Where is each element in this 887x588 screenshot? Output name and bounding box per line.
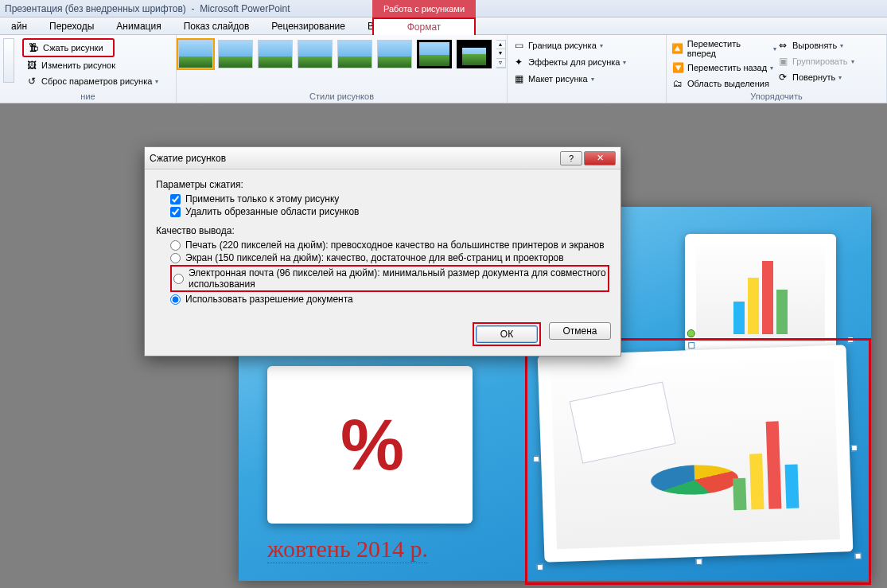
delete-cropped-input[interactable] [170, 207, 181, 217]
change-picture-label: Изменить рисунок [41, 60, 115, 70]
group-arrange-label: Упорядочить [667, 92, 886, 101]
chart-small-graphic [696, 245, 825, 342]
apply-only-label: Применить только к этому рисунку [185, 193, 339, 204]
group-icon: ▣ [776, 55, 789, 68]
help-button[interactable]: ? [560, 151, 582, 165]
reset-picture-icon: ↺ [25, 75, 38, 88]
compress-pictures-label: Сжать рисунки [43, 43, 103, 53]
compress-pictures-dialog: Сжатие рисунков ? ✕ Параметры сжатия: Пр… [144, 146, 621, 356]
group-styles-label: Стили рисунков [177, 92, 507, 101]
quality-screen-input[interactable] [170, 253, 181, 263]
picture-styles-more[interactable]: ▴▾▿ [496, 40, 506, 68]
slide-image-chart-small[interactable] [685, 234, 836, 353]
change-picture-button[interactable]: 🖼 Изменить рисунок [22, 57, 171, 73]
ribbon-group-picture-style-options: ▭ Граница рисунка ▾ ✦ Эффекты для рисунк… [508, 35, 667, 103]
picture-style-2[interactable] [218, 40, 253, 68]
quality-print-input[interactable] [170, 240, 181, 251]
align-label: Выровнять [792, 41, 837, 50]
ribbon: 🗜 Сжать рисунки 🖼 Изменить рисунок ↺ Сбр… [0, 35, 887, 103]
ribbon-group-adjust: 🗜 Сжать рисунки 🖼 Изменить рисунок ↺ Сбр… [0, 35, 177, 103]
ribbon-group-picture-styles: ▴▾▿ Стили рисунков [177, 35, 508, 103]
apply-only-checkbox[interactable]: Применить только к этому рисунку [170, 193, 609, 204]
picture-style-1[interactable] [178, 40, 213, 68]
close-button[interactable]: ✕ [584, 151, 616, 165]
picture-style-4[interactable] [298, 40, 333, 68]
tab-format[interactable]: Формат [372, 18, 476, 35]
bring-forward-button[interactable]: 🔼 Переместить вперед▾ [671, 38, 776, 59]
group-button[interactable]: ▣ Группировать▾ [776, 54, 881, 68]
chevron-down-icon: ▾ [155, 78, 158, 85]
picture-border-icon: ▭ [512, 39, 525, 52]
output-quality-label: Качество вывода: [156, 225, 609, 236]
picture-effects-icon: ✦ [512, 56, 525, 68]
rotate-button[interactable]: ⟳ Повернуть▾ [776, 70, 881, 84]
tab-transitions[interactable]: Переходы [38, 18, 105, 35]
picture-effects-label: Эффекты для рисунка [528, 57, 620, 67]
picture-layout-icon: ▦ [512, 72, 525, 85]
picture-style-8[interactable] [457, 40, 492, 68]
send-backward-icon: 🔽 [671, 61, 684, 74]
picture-style-6[interactable] [377, 40, 412, 68]
dialog-body: Параметры сжатия: Применить только к это… [145, 169, 621, 316]
selection-pane-label: Область выделения [687, 79, 769, 88]
ribbon-tabstrip: айн Переходы Анимация Показ слайдов Реце… [0, 18, 887, 35]
handle-w[interactable] [533, 456, 539, 462]
compress-options-label: Параметры сжатия: [156, 179, 609, 190]
quality-screen-label: Экран (150 пикселей на дюйм): качество, … [185, 252, 564, 263]
reset-picture-label: Сброс параметров рисунка [41, 76, 152, 86]
align-button[interactable]: ⇔ Выровнять▾ [776, 38, 881, 53]
ok-button[interactable]: ОК [476, 325, 538, 343]
delete-cropped-label: Удалить обрезанные области рисунков [185, 206, 360, 217]
handle-se[interactable] [854, 553, 861, 559]
picture-border-button[interactable]: ▭ Граница рисунка ▾ [512, 38, 661, 53]
quality-email-radio[interactable]: Электронная почта (96 пикселей на дюйм):… [170, 265, 609, 292]
delete-cropped-checkbox[interactable]: Удалить обрезанные области рисунков [170, 206, 609, 217]
quality-document-radio[interactable]: Использовать разрешение документа [170, 294, 609, 305]
selection-handles[interactable] [532, 340, 858, 567]
quality-email-input[interactable] [173, 274, 184, 284]
tab-review[interactable]: Рецензирование [260, 18, 356, 35]
picture-border-label: Граница рисунка [528, 41, 597, 50]
handle-s[interactable] [696, 559, 702, 565]
picture-layout-label: Макет рисунка [528, 74, 588, 84]
handle-e[interactable] [851, 445, 858, 451]
quality-print-radio[interactable]: Печать (220 пикселей на дюйм): превосход… [170, 239, 609, 251]
color-corrections-dropdown[interactable] [3, 38, 14, 83]
quality-document-label: Использовать разрешение документа [185, 294, 353, 305]
dialog-title: Сжатие рисунков [150, 153, 558, 164]
selection-pane-icon: 🗂 [671, 77, 684, 90]
window-title: Презентация (без внедренных шрифтов) - M… [0, 3, 290, 14]
handle-ne[interactable] [847, 337, 854, 343]
handle-n[interactable] [688, 342, 694, 349]
tab-slideshow[interactable]: Показ слайдов [173, 18, 261, 35]
compress-pictures-button[interactable]: 🗜 Сжать рисунки [22, 38, 115, 57]
quality-document-input[interactable] [170, 294, 181, 305]
group-objects-label: Группировать [792, 56, 848, 66]
apply-only-input[interactable] [170, 194, 181, 204]
handle-sw[interactable] [537, 564, 543, 570]
quality-print-label: Печать (220 пикселей на дюйм): превосход… [185, 239, 605, 251]
reset-picture-button[interactable]: ↺ Сброс параметров рисунка ▾ [22, 73, 171, 89]
cancel-button[interactable]: Отмена [549, 322, 611, 340]
picture-effects-button[interactable]: ✦ Эффекты для рисунка ▾ [512, 55, 661, 69]
percent-icon: % [340, 404, 399, 486]
picture-style-3[interactable] [258, 40, 293, 68]
tab-animations[interactable]: Анимация [105, 18, 172, 35]
align-icon: ⇔ [776, 39, 789, 52]
slide-footer-text[interactable]: жовтень 2014 р. [267, 535, 428, 563]
slide-image-chart-large[interactable] [538, 345, 854, 562]
picture-layout-button[interactable]: ▦ Макет рисунка ▾ [512, 72, 661, 86]
chevron-down-icon: ▾ [591, 76, 594, 83]
dialog-titlebar[interactable]: Сжатие рисунков ? ✕ [145, 147, 621, 169]
bring-forward-label: Переместить вперед [687, 39, 770, 58]
compress-icon: 🗜 [27, 41, 40, 54]
title-bar: Презентация (без внедренных шрифтов) - M… [0, 0, 887, 18]
selection-pane-button[interactable]: 🗂 Область выделения [671, 76, 776, 91]
chevron-down-icon: ▾ [623, 59, 626, 66]
send-backward-button[interactable]: 🔽 Переместить назад▾ [671, 60, 776, 75]
picture-style-5[interactable] [337, 40, 372, 68]
picture-style-7[interactable] [417, 40, 452, 68]
quality-screen-radio[interactable]: Экран (150 пикселей на дюйм): качество, … [170, 252, 609, 263]
tab-design-cut[interactable]: айн [0, 18, 38, 35]
slide-image-percent[interactable]: % [267, 366, 473, 524]
